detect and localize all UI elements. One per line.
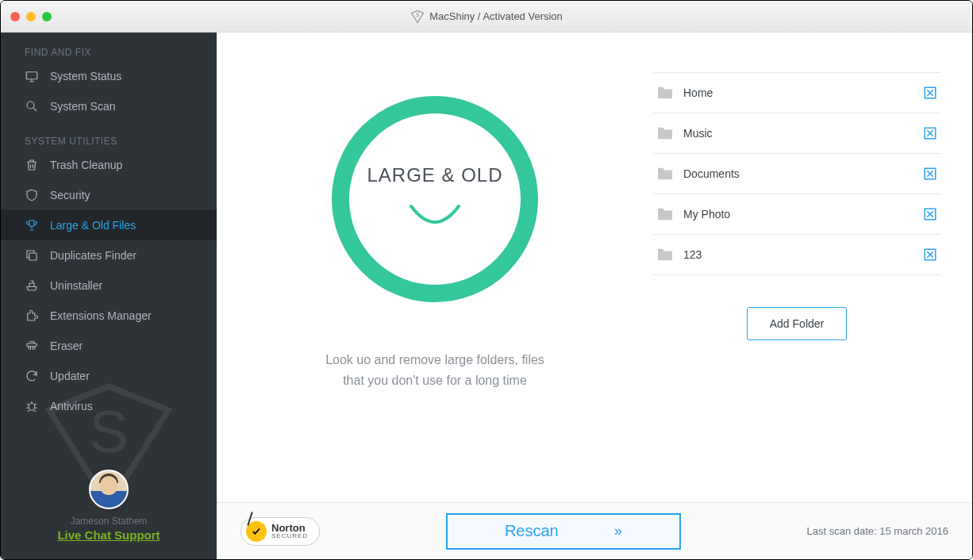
sidebar-item-system-status[interactable]: System Status [1,61,217,91]
folder-row: My Photo [653,194,940,235]
add-folder-button[interactable]: Add Folder [747,307,847,340]
svg-text:S: S [416,12,420,17]
folder-row: Documents [653,154,940,194]
sidebar-item-duplicates-finder[interactable]: Duplicates Finder [1,240,217,270]
folder-icon [656,207,674,221]
trophy-icon [25,218,39,232]
sidebar-item-label: Trash Cleanup [50,159,122,171]
svg-rect-1 [26,72,37,79]
folder-icon [656,247,674,262]
bug-icon [25,399,39,413]
folder-list: Home Music Documents My Photo 123 [653,72,940,275]
sidebar-item-trash-cleanup[interactable]: Trash Cleanup [1,150,217,180]
chevron-right-icon: » [614,523,622,539]
sidebar-item-label: Updater [50,370,90,382]
sidebar-item-label: System Scan [50,100,115,113]
titlebar: S MacShiny / Activated Version [1,1,972,33]
folder-name-label: 123 [683,248,923,261]
sidebar-item-label: Uninstaller [50,279,102,292]
sidebar-item-label: Security [50,189,90,201]
folder-icon [656,86,674,100]
sidebar-item-label: Antivirus [50,400,93,412]
sidebar-item-label: Eraser [50,339,83,352]
puzzle-icon [25,309,39,323]
folder-icon [656,126,674,140]
smile-icon [403,202,467,234]
remove-folder-button[interactable] [923,207,937,221]
last-scan-label: Last scan date: 15 march 2016 [806,525,948,537]
sidebar-item-uninstaller[interactable]: Uninstaller [1,270,217,301]
shredder-icon [25,339,39,353]
sidebar-item-large-old-files[interactable]: Large & Old Files [1,210,217,240]
sidebar-item-updater[interactable]: Updater [1,361,217,391]
trash-icon [25,158,39,172]
sidebar-section-find-fix: FIND AND FIX [1,33,217,61]
norton-badge[interactable]: Norton SECURED [240,517,320,546]
remove-folder-button[interactable] [923,126,937,140]
feature-description: Look uo and remove large folders, files … [325,350,544,390]
sidebar-item-system-scan[interactable]: System Scan [1,91,217,121]
refresh-icon [25,369,39,383]
folder-row: Home [653,72,940,113]
bottom-bar: Norton SECURED Rescan » Last scan date: … [217,502,972,559]
user-avatar[interactable] [89,470,129,509]
app-title: S MacShiny / Activated Version [410,10,563,24]
folder-name-label: My Photo [683,208,923,221]
folder-row: 123 [653,235,940,275]
shield-icon [25,188,39,202]
remove-folder-button[interactable] [923,167,937,181]
svg-rect-4 [27,343,37,347]
sidebar-item-label: Large & Old Files [50,219,136,232]
sidebar-item-label: Duplicates Finder [50,249,137,262]
remove-folder-button[interactable] [923,247,937,262]
search-icon [25,99,39,113]
window-minimize-button[interactable] [26,12,36,21]
folder-row: Music [653,113,940,154]
app-logo-icon: S [410,10,425,24]
copy-icon [25,248,39,263]
svg-rect-3 [29,253,37,260]
svg-point-5 [29,403,35,410]
feature-circle: LARGE & OLD [332,96,538,302]
rescan-button[interactable]: Rescan » [446,513,681,550]
sidebar-section-utilities: SYSTEM UTILITIES [1,121,217,150]
main-panel: LARGE & OLD Look uo and remove large fol… [217,33,972,559]
sidebar-item-eraser[interactable]: Eraser [1,331,217,361]
folder-name-label: Documents [683,167,923,180]
user-name-label: Jameson Stathem [1,516,217,527]
remove-folder-button[interactable] [923,86,937,100]
svg-point-2 [27,102,34,109]
live-chat-link[interactable]: Live Chat Support [1,528,217,542]
norton-check-icon [246,521,267,542]
monitor-icon [25,69,39,83]
folder-name-label: Home [683,86,923,99]
window-maximize-button[interactable] [42,12,52,21]
folder-name-label: Music [683,127,923,140]
brush-icon [25,278,39,293]
sidebar-item-antivirus[interactable]: Antivirus [1,391,217,421]
sidebar-item-label: Extensions Manager [50,309,152,322]
folder-icon [656,167,674,181]
window-close-button[interactable] [10,12,20,21]
sidebar-item-security[interactable]: Security [1,180,217,210]
sidebar-item-label: System Status [50,70,121,82]
feature-title: LARGE & OLD [367,164,502,186]
sidebar: FIND AND FIX System Status System Scan S… [1,33,217,559]
sidebar-item-extensions-manager[interactable]: Extensions Manager [1,301,217,331]
